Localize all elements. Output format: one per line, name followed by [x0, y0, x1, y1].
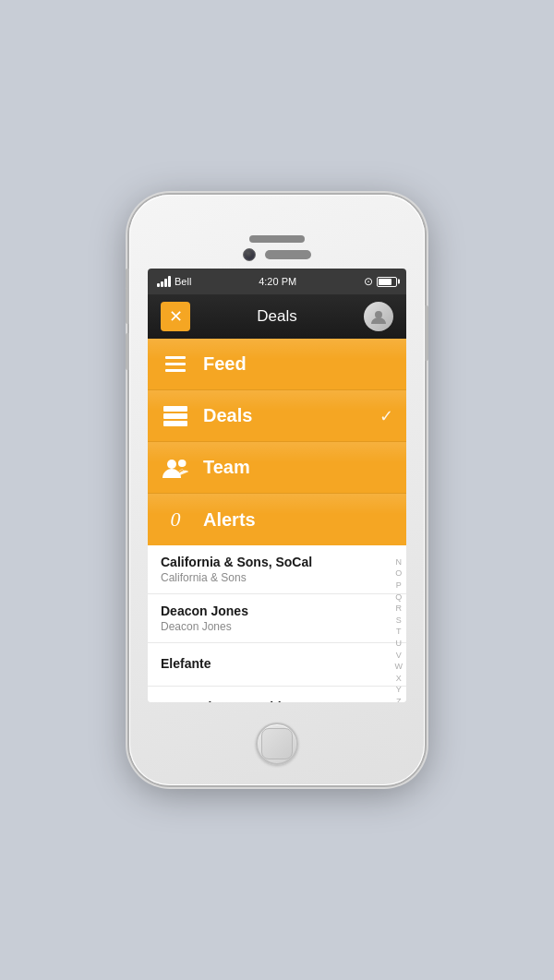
- mute-button[interactable]: [126, 269, 129, 289]
- power-button[interactable]: [425, 305, 428, 361]
- svg-rect-2: [163, 413, 187, 419]
- check-icon: ✓: [379, 406, 393, 426]
- front-camera: [243, 248, 256, 261]
- clock-icon: ⊙: [364, 275, 373, 288]
- svg-rect-1: [163, 406, 187, 412]
- team-icon: [161, 453, 190, 483]
- menu-item-alerts[interactable]: 0 Alerts: [148, 494, 406, 545]
- list-item[interactable]: California & Sons, SoCal California & So…: [148, 545, 406, 594]
- menu-item-deals[interactable]: Deals ✓: [148, 390, 406, 442]
- list-item-title: Fernandes Consulting: [161, 699, 379, 702]
- time-label: 4:20 PM: [259, 276, 296, 287]
- menu-item-team[interactable]: Team: [148, 442, 406, 494]
- avatar-icon: [369, 307, 388, 326]
- status-left: Bell: [157, 276, 191, 287]
- feed-label: Feed: [203, 353, 393, 375]
- team-label: Team: [203, 457, 393, 478]
- battery-fill: [379, 279, 391, 285]
- list-item[interactable]: Elefante: [148, 643, 406, 687]
- alpha-index: N O P Q R S T U V W X Y Z #: [395, 545, 403, 702]
- svg-point-6: [180, 460, 187, 466]
- battery-icon: [377, 277, 397, 287]
- close-button[interactable]: ✕: [161, 302, 190, 331]
- list-item-title: Deacon Jones: [161, 604, 379, 618]
- list-item-subtitle: California & Sons: [161, 571, 379, 584]
- home-button-inner: [261, 728, 293, 759]
- feed-icon: [161, 350, 190, 379]
- earpiece: [249, 235, 305, 243]
- list-item-title: California & Sons, SoCal: [161, 555, 379, 569]
- list-item-subtitle: Deacon Jones: [161, 620, 379, 633]
- menu-list: Feed Deals ✓: [148, 339, 406, 545]
- status-bar: Bell 4:20 PM ⊙: [148, 269, 406, 294]
- nav-title: Deals: [257, 307, 296, 326]
- list-item[interactable]: Fernandes Consulting: [148, 687, 406, 702]
- svg-point-4: [167, 460, 176, 469]
- volume-up-button[interactable]: [126, 287, 129, 324]
- content-list: California & Sons, SoCal California & So…: [148, 545, 406, 702]
- status-right: ⊙: [364, 275, 397, 288]
- carrier-label: Bell: [175, 276, 191, 287]
- list-item-title: Elefante: [161, 656, 379, 671]
- top-speaker: [265, 250, 311, 259]
- nav-bar: ✕ Deals: [148, 294, 406, 339]
- svg-rect-3: [163, 421, 187, 426]
- camera-speaker-row: [243, 248, 311, 261]
- alerts-icon: 0: [161, 505, 190, 534]
- alerts-label: Alerts: [203, 509, 393, 531]
- deals-icon: [161, 401, 190, 431]
- svg-point-0: [375, 311, 382, 318]
- signal-bars-icon: [157, 276, 171, 287]
- phone-top: [129, 195, 425, 269]
- deals-label: Deals: [203, 405, 379, 426]
- list-item[interactable]: Deacon Jones Deacon Jones: [148, 594, 406, 643]
- close-icon: ✕: [169, 306, 183, 327]
- menu-item-feed[interactable]: Feed: [148, 339, 406, 390]
- phone-screen: Bell 4:20 PM ⊙ ✕ Deals: [148, 269, 406, 702]
- volume-down-button[interactable]: [126, 333, 129, 370]
- phone-frame: Bell 4:20 PM ⊙ ✕ Deals: [129, 195, 425, 785]
- avatar[interactable]: [364, 302, 393, 331]
- phone-bottom: [256, 702, 298, 785]
- home-button[interactable]: [256, 723, 298, 765]
